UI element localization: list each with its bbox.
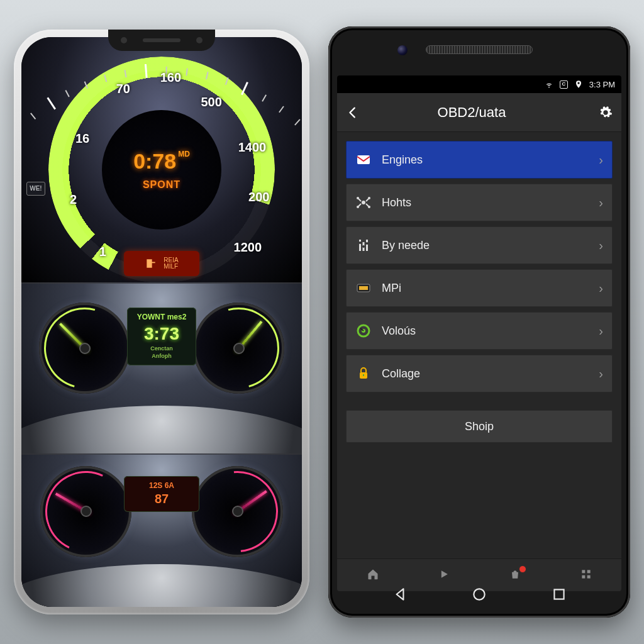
status-icon: C	[560, 80, 568, 89]
svg-rect-6	[359, 240, 361, 251]
phone-right-device: C 3:3 PM OBD2/uata Engines›Hohts›By need…	[328, 26, 630, 618]
scale-num: 500	[201, 95, 222, 109]
page-title: OBD2/uata	[370, 106, 589, 119]
back-icon[interactable]	[346, 106, 360, 119]
menu-item-label: Voloús	[382, 325, 589, 336]
scale-num: 2	[70, 192, 77, 207]
scale-num: 1	[99, 244, 106, 258]
svg-rect-13	[359, 286, 368, 290]
svg-point-3	[368, 197, 370, 199]
svg-point-17	[514, 574, 516, 575]
mini-gauge-right	[192, 466, 283, 557]
svg-rect-8	[366, 240, 368, 251]
scale-num: 1200	[234, 240, 262, 254]
menu-item-label: Engines	[382, 154, 589, 165]
menu-item-mpi[interactable]: MPi›	[346, 269, 613, 307]
svg-rect-20	[582, 575, 585, 578]
status-time: 3:3 PM	[589, 80, 615, 89]
gear-icon[interactable]	[599, 106, 613, 119]
menu-item-label: MPi	[382, 282, 589, 294]
center-lcd: 12S 6A 87	[124, 476, 199, 513]
warning-indicator: REIAMILF	[124, 251, 199, 276]
lock-icon	[355, 365, 372, 382]
chevron-right-icon: ›	[599, 282, 603, 294]
scale-num: 160	[160, 70, 181, 84]
nav-recent-icon[interactable]	[551, 586, 567, 602]
menu-item-volous[interactable]: Voloús›	[346, 312, 613, 350]
center-lcd: YOWNT mes2 3:73 Cenctan Anfoph	[127, 308, 196, 365]
dashboard-panel-top: WE! 0:78MD SPONT 1 2 16 70 160	[21, 37, 302, 282]
mail-icon	[355, 152, 372, 168]
scale-num: 70	[116, 81, 130, 96]
svg-point-11	[366, 242, 369, 245]
menu-item-label: Hohts	[382, 197, 589, 208]
main-speedometer: 0:78MD SPONT 1 2 16 70 160 500 1400 200 …	[48, 57, 275, 282]
menu-list: Engines›Hohts›By neede›MPi›Voloús›Collag…	[337, 132, 621, 401]
menu-item-label: Collage	[382, 368, 589, 379]
digital-readout: 0:78MD	[133, 150, 190, 174]
status-bar: C 3:3 PM	[337, 75, 621, 93]
front-camera	[397, 45, 408, 55]
notification-badge-icon	[519, 565, 526, 573]
svg-rect-18	[582, 570, 585, 573]
door-open-icon	[145, 257, 157, 270]
chevron-right-icon: ›	[599, 196, 603, 209]
right-screen: C 3:3 PM OBD2/uata Engines›Hohts›By need…	[337, 75, 621, 591]
svg-point-4	[357, 206, 359, 208]
svg-rect-19	[587, 570, 590, 573]
chevron-right-icon: ›	[599, 325, 603, 337]
menu-item-hohts[interactable]: Hohts›	[346, 184, 613, 221]
svg-point-5	[368, 206, 370, 208]
wifi-icon	[545, 80, 553, 89]
menu-item-byneede[interactable]: By neede›	[346, 226, 613, 264]
app-bar: OBD2/uata	[337, 93, 621, 132]
svg-point-2	[357, 197, 359, 199]
scale-num: 16	[75, 131, 89, 145]
gaugegreen-icon	[355, 323, 372, 339]
dashboard-panel-bottom: 12S 6A 87 4.6BARFAI	[21, 453, 302, 607]
sat-icon	[355, 194, 372, 211]
chevron-right-icon: ›	[599, 367, 603, 380]
mini-gauge-right	[193, 303, 284, 394]
scale-num: 200	[248, 190, 269, 204]
mini-gauge-left	[39, 303, 130, 394]
drive-mode-label: SPONT	[143, 180, 180, 190]
bars-icon	[355, 237, 372, 253]
hardware-nav	[328, 580, 630, 609]
menu-item-label: By neede	[382, 240, 589, 251]
side-badge: WE!	[26, 182, 45, 196]
obd-icon	[355, 280, 372, 296]
menu-item-collage[interactable]: Collage›	[346, 355, 613, 392]
dashboard-panel-mid: YOWNT mes2 3:73 Cenctan Anfoph 9.R1890OE…	[21, 282, 302, 453]
left-screen: WE! 0:78MD SPONT 1 2 16 70 160	[21, 37, 302, 607]
phone-left-device: WE! 0:78MD SPONT 1 2 16 70 160	[14, 30, 309, 614]
chevron-right-icon: ›	[599, 239, 603, 252]
display-notch	[108, 30, 215, 51]
scale-num: 1400	[238, 140, 267, 155]
mini-gauge-left	[40, 466, 131, 557]
earpiece	[426, 45, 533, 54]
menu-item-engines[interactable]: Engines›	[346, 141, 613, 179]
nav-home-icon[interactable]	[471, 586, 487, 602]
nav-back-icon[interactable]	[392, 586, 408, 602]
svg-rect-21	[587, 575, 590, 578]
svg-rect-23	[554, 589, 564, 599]
svg-point-22	[474, 589, 484, 599]
location-icon	[574, 80, 583, 89]
shop-button[interactable]: Shoip	[346, 410, 613, 443]
chevron-right-icon: ›	[599, 153, 603, 166]
svg-point-9	[359, 242, 362, 244]
svg-rect-0	[357, 155, 370, 164]
svg-point-10	[362, 245, 365, 248]
svg-point-1	[362, 201, 365, 204]
